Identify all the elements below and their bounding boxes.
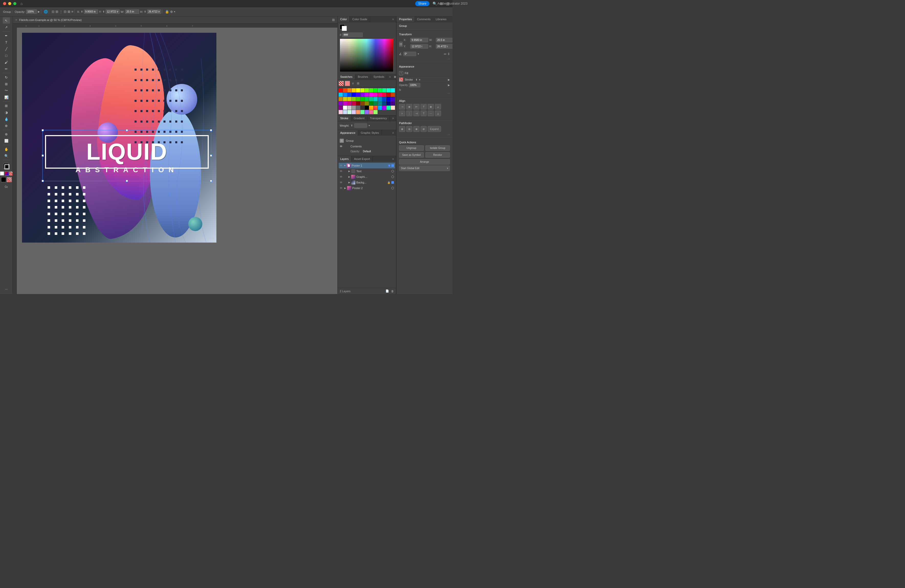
swatch-color-#cc00cc[interactable] (343, 101, 347, 105)
color-spectrum[interactable] (340, 39, 394, 72)
dist-v-btn[interactable]: ⋯ (428, 111, 434, 116)
rotate-tool[interactable]: ↻ (3, 74, 10, 80)
new-layer-icon[interactable]: 📄 (386, 289, 389, 293)
swatch-pattern[interactable] (339, 110, 343, 114)
swatch-color-#880088[interactable] (339, 106, 343, 110)
opacity-input[interactable] (26, 10, 37, 14)
tab-brushes[interactable]: Brushes (355, 74, 371, 79)
hex-input[interactable] (342, 32, 363, 37)
layer-text[interactable]: 👁 ▶ Text (339, 168, 395, 174)
layer-expand-graphic[interactable]: ▶ (348, 176, 350, 178)
stroke-swatch-icon[interactable] (399, 78, 403, 82)
globe-icon[interactable]: 🌐 (44, 10, 48, 14)
weight-input[interactable] (354, 123, 367, 128)
swatch-color-#88ff00[interactable] (365, 88, 369, 92)
swatch-color-#cccc00[interactable] (348, 97, 351, 101)
eyedropper-tool[interactable]: 💧 (3, 116, 10, 122)
dist-left-btn[interactable]: ⊦ (399, 111, 405, 116)
gradient-swatch[interactable] (5, 172, 9, 176)
swatch-color-#ff8800[interactable] (348, 88, 351, 92)
swatch-color-#00cc88[interactable] (369, 97, 373, 101)
tab-close-icon[interactable]: × (15, 18, 17, 22)
swatch-pattern[interactable] (369, 110, 373, 114)
tab-transparency[interactable]: Transparency (367, 115, 390, 121)
options-arrow[interactable]: ▾ (174, 10, 175, 13)
swatch-color-#ff4400[interactable] (343, 88, 347, 92)
layer-expand-text[interactable]: ▶ (348, 170, 350, 172)
dist-bottom-btn[interactable]: ⊥ (435, 111, 441, 116)
swatch-color-#ff0000[interactable] (339, 88, 343, 92)
tab-appearance[interactable]: Appearance (338, 130, 358, 136)
fill-color[interactable] (1, 177, 6, 182)
rect-tool[interactable]: □ (3, 52, 10, 59)
tab-color[interactable]: Color (338, 16, 350, 22)
handle-tr[interactable] (210, 129, 212, 131)
stroke-menu[interactable]: ≡ (391, 115, 396, 121)
swatch-color-#ff00ff[interactable] (369, 93, 373, 97)
layer-expand-bg[interactable]: ▶ (348, 181, 350, 184)
swatches-list-btn[interactable]: ≡ (351, 81, 355, 86)
swatch-color-#00ff44[interactable] (378, 88, 382, 92)
transform-icon-3[interactable]: ⋮ (59, 10, 63, 14)
constraint-icon[interactable]: 🔒 (165, 10, 169, 14)
swatch-pattern[interactable] (373, 106, 378, 110)
warp-tool[interactable]: 〜 (3, 87, 10, 94)
tab-comments[interactable]: Comments (414, 16, 433, 22)
swatch-color-#ccff00[interactable] (360, 88, 365, 92)
layer-eye-text[interactable]: 👁 (340, 170, 343, 173)
layer-poster1[interactable]: 👁 ▾ 📄 Poster 1 (339, 163, 395, 168)
pen-tool[interactable]: ✒ (3, 32, 10, 39)
swatch-color-#ff0044[interactable] (382, 93, 386, 97)
isolate-group-btn[interactable]: Isolate Group (426, 145, 450, 151)
stroke-color-none[interactable] (6, 177, 12, 182)
layer-expand-poster1[interactable]: ▾ (344, 164, 346, 167)
swatch-pattern[interactable] (343, 110, 347, 114)
more-tools-btn[interactable]: ··· (3, 286, 10, 292)
transform-icon-4[interactable]: ⊟ (64, 10, 67, 14)
more-options-icon[interactable]: ⊕ (170, 10, 173, 14)
transform-icon-2[interactable]: ⊞ (56, 10, 58, 14)
swatch-color-#008888[interactable] (378, 101, 382, 105)
opacity-input-props[interactable] (409, 83, 420, 87)
swatch-color-#0088cc[interactable] (378, 97, 382, 101)
swatches-grid-view[interactable]: ⊞ (393, 74, 396, 79)
layers-menu[interactable]: ≡ (391, 156, 396, 162)
swatch-color-#cc00ff[interactable] (365, 93, 369, 97)
swatch-color-#880000[interactable] (356, 101, 360, 105)
swatch-color-#cc0000[interactable] (386, 93, 391, 97)
h-input[interactable] (147, 10, 161, 14)
align-right-btn[interactable]: ⊢ (413, 104, 419, 110)
swatch-color-#00cccc[interactable] (373, 97, 378, 101)
swatch-color-#000000[interactable] (365, 106, 369, 110)
dist-right-btn[interactable]: ⊣ (413, 111, 419, 116)
weight-unit-arrow[interactable]: ▾ (368, 124, 370, 127)
blend-tool[interactable]: ⊕ (3, 122, 10, 129)
x-arrow-up[interactable]: ⬆ (81, 10, 83, 13)
swatch-color-#cc4400[interactable] (391, 93, 395, 97)
search-icon[interactable]: 🔍 (433, 2, 437, 6)
y-input[interactable] (106, 10, 120, 14)
transform-more[interactable]: ··· (399, 57, 450, 60)
flip-v-icon[interactable]: ⇕ (448, 52, 450, 56)
swatch-color-#00ccff[interactable] (339, 93, 343, 97)
appearance-more[interactable]: ··· (399, 91, 450, 95)
handle-tm[interactable] (126, 129, 128, 131)
tab-gradient[interactable]: Gradient (351, 115, 367, 121)
swatch-color-#cccccc[interactable] (348, 106, 351, 110)
swatch-pattern[interactable] (365, 110, 369, 114)
swatch-color-#cccc00[interactable] (343, 97, 347, 101)
handle-bm[interactable] (126, 180, 128, 182)
layer-eye-bg[interactable]: 👁 (340, 181, 343, 184)
opacity-arrow[interactable]: ▶ (38, 10, 40, 13)
tab-symbols[interactable]: Symbols (371, 74, 387, 79)
maximize-button[interactable] (13, 2, 16, 5)
tab-layers[interactable]: Layers (338, 156, 351, 162)
background-swatch[interactable] (342, 26, 347, 31)
layer-eye-poster2[interactable]: 👁 (340, 186, 343, 190)
close-button[interactable] (3, 2, 6, 5)
selection-tool[interactable]: ↖ (3, 17, 10, 24)
transform-x-input[interactable] (410, 38, 428, 42)
align-center-h-btn[interactable]: ⊕ (406, 104, 412, 110)
transform-icon-5[interactable]: ⊠ (68, 10, 70, 14)
swatch-color-#00cc44[interactable] (365, 97, 369, 101)
